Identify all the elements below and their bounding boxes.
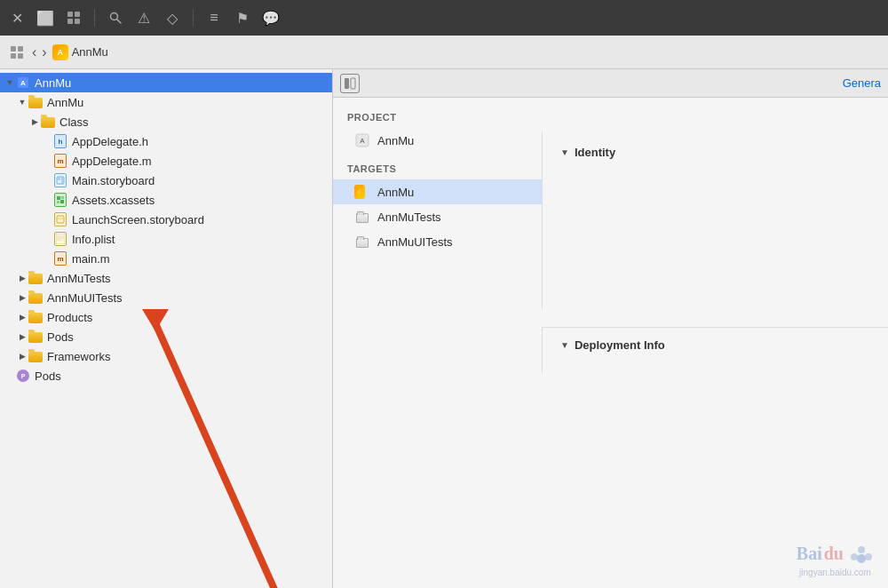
disclosure-root (4, 76, 16, 89)
maximize-icon[interactable]: ⬜ (36, 8, 55, 28)
flag-icon[interactable]: ⚑ (233, 8, 252, 28)
launchscreen-label: LaunchScreen.storyboard (72, 213, 204, 226)
appdelegate-m-label: AppDelegate.m (72, 155, 152, 168)
sidebar-item-pods-file[interactable]: P Pods (0, 366, 332, 385)
svg-rect-13 (58, 178, 60, 180)
svg-text:A: A (360, 137, 365, 145)
frameworks-label: Frameworks (47, 350, 111, 363)
svg-rect-15 (57, 196, 60, 200)
svg-rect-2 (67, 19, 73, 24)
pods-label: Pods (47, 330, 74, 344)
breadcrumb: AnnMu (52, 44, 108, 60)
target-annmutests-icon (354, 209, 370, 225)
pods-file-icon: P (16, 369, 30, 383)
toolbar: ✕ ⬜ ⚠ ◇ ≡ ⚑ 💬 (0, 0, 888, 36)
sidebar-item-appdelegate-h[interactable]: h AppDelegate.h (0, 131, 332, 151)
sidebar-item-products[interactable]: Products (0, 307, 332, 327)
warning-icon[interactable]: ⚠ (134, 8, 154, 28)
svg-point-34 (858, 546, 865, 553)
sidebar-item-frameworks[interactable]: Frameworks (0, 346, 332, 366)
annmu-folder-label: AnnMu (47, 96, 83, 109)
main-m-label: main.m (72, 252, 110, 266)
disclosure-annmu (16, 96, 28, 108)
list-icon[interactable]: ≡ (204, 8, 224, 28)
grid-icon[interactable] (64, 8, 83, 28)
forward-button[interactable]: › (42, 44, 46, 60)
svg-rect-1 (75, 12, 80, 17)
sidebar-item-assets[interactable]: Assets.xcassets (0, 190, 332, 210)
panel-icon[interactable] (340, 74, 360, 93)
target-annmu-label: AnnMu (377, 186, 414, 199)
project-annmu-label: AnnMu (377, 134, 414, 147)
sidebar-item-main-m[interactable]: m main.m (0, 249, 332, 268)
svg-rect-9 (18, 53, 23, 59)
sidebar-item-root[interactable]: A AnnMu (0, 73, 332, 92)
target-annmu-icon (354, 184, 370, 200)
back-button[interactable]: ‹ (32, 44, 36, 60)
nav-grid-icon[interactable] (7, 43, 27, 62)
watermark-logo: Bai du (797, 541, 874, 566)
svg-point-35 (851, 553, 858, 560)
disclosure-uitests (16, 291, 28, 304)
main-m-icon: m (53, 251, 67, 266)
assets-icon (53, 193, 67, 207)
svg-rect-17 (57, 201, 59, 203)
pods-file-label: Pods (35, 369, 61, 383)
svg-rect-7 (18, 46, 23, 52)
target-annmuuitests-label: AnnMuUITests (377, 235, 453, 249)
main-storyboard-label: Main.storyboard (72, 174, 155, 187)
project-annmu-icon: A (354, 132, 370, 148)
search-icon[interactable] (106, 8, 125, 28)
watermark: Bai du jingyan.baidu.com (797, 541, 874, 577)
sidebar: A AnnMu AnnMu Class h A (0, 69, 333, 588)
svg-rect-8 (11, 53, 16, 59)
project-section-header: PROJECT (333, 108, 888, 128)
deployment-label: Deployment Info (575, 338, 665, 352)
sidebar-item-main-storyboard[interactable]: Main.storyboard (0, 171, 332, 190)
plist-icon (53, 232, 67, 246)
svg-text:A: A (20, 79, 26, 87)
svg-point-37 (857, 554, 866, 563)
sidebar-item-class[interactable]: Class (0, 112, 332, 131)
svg-rect-31 (351, 78, 355, 89)
sidebar-item-info-plist[interactable]: Info.plist (0, 229, 332, 249)
navbar: ‹ › AnnMu (0, 36, 888, 69)
svg-text:P: P (21, 373, 26, 379)
target-annmuuitests-icon (354, 234, 370, 250)
svg-rect-30 (345, 78, 349, 89)
sidebar-item-annmu-folder[interactable]: AnnMu (0, 92, 332, 112)
sidebar-item-launchscreen[interactable]: LaunchScreen.storyboard (0, 210, 332, 229)
folder-pods-icon (28, 330, 43, 344)
svg-rect-6 (11, 46, 16, 52)
sidebar-item-appdelegate-m[interactable]: m AppDelegate.m (0, 151, 332, 171)
main-layout: A AnnMu AnnMu Class h A (0, 69, 888, 588)
sidebar-item-annmutests[interactable]: AnnMuTests (0, 268, 332, 288)
folder-tests-icon (28, 271, 43, 285)
appdelegate-h-label: AppDelegate.h (72, 135, 148, 148)
svg-rect-0 (67, 12, 73, 17)
identity-title: ▼ Identity (560, 146, 870, 159)
launchscreen-icon (53, 212, 67, 226)
disclosure-class (28, 115, 41, 128)
svg-point-36 (865, 553, 872, 560)
svg-rect-3 (75, 19, 80, 24)
disclosure-frameworks (16, 350, 28, 362)
chat-icon[interactable]: 💬 (261, 8, 281, 28)
folder-annmu-icon (28, 95, 43, 109)
deployment-title: ▼ Deployment Info (560, 338, 870, 352)
diamond-icon[interactable]: ◇ (163, 8, 182, 28)
separator2 (193, 9, 194, 27)
svg-rect-14 (61, 178, 63, 183)
sidebar-item-annmuuitests[interactable]: AnnMuUITests (0, 288, 332, 307)
assets-label: Assets.xcassets (72, 194, 155, 207)
svg-rect-18 (60, 200, 64, 203)
svg-line-5 (117, 20, 122, 24)
info-plist-label: Info.plist (72, 233, 115, 246)
watermark-url: jingyan.baidu.com (799, 568, 871, 577)
close-icon[interactable]: ✕ (7, 8, 27, 28)
sidebar-item-pods[interactable]: Pods (0, 327, 332, 346)
file-h-icon: h (53, 134, 67, 148)
deployment-triangle-icon: ▼ (560, 340, 569, 350)
annmutests-label: AnnMuTests (47, 272, 111, 285)
genera-tab[interactable]: Genera (843, 76, 881, 90)
